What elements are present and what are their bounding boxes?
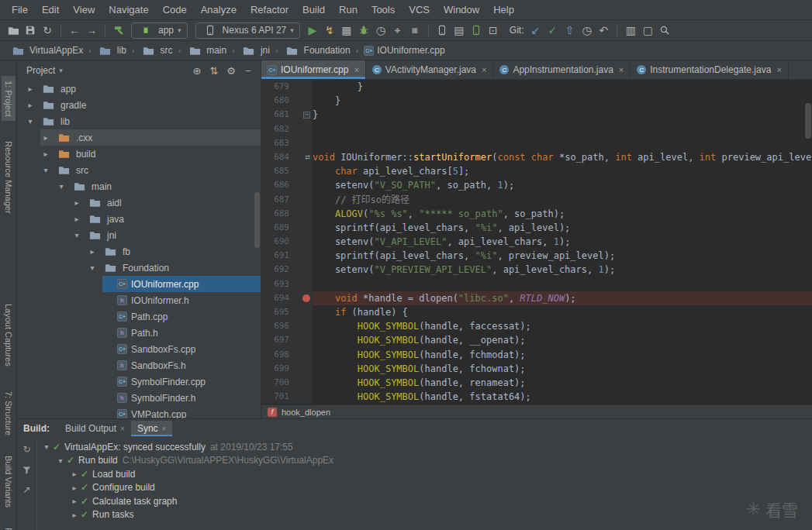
- code-line[interactable]: 689 sprintf(api_level_chars, "%i", api_l…: [261, 221, 812, 235]
- tab-close-icon[interactable]: ×: [619, 65, 624, 74]
- code-line-text[interactable]: HOOK_SYMBOL(handle, fchmodat);: [313, 348, 812, 362]
- menu-item-window[interactable]: Window: [437, 2, 486, 18]
- editor-tab-vactivitymanager-java[interactable]: CVActivityManager.java×: [366, 60, 494, 79]
- fold-marker-icon[interactable]: −: [303, 112, 310, 119]
- editor-tab-iouniformer-cpp[interactable]: C+IOUniformer.cpp×: [261, 60, 366, 79]
- gutter-cell[interactable]: 679: [261, 80, 313, 94]
- recursive-call-icon[interactable]: ⇄: [305, 150, 310, 164]
- project-tree-item[interactable]: C+SandboxFs.cpp: [17, 341, 261, 357]
- sync-icon[interactable]: ↻: [39, 22, 56, 39]
- tree-arrow-icon[interactable]: ▾: [40, 166, 51, 174]
- code-line-text[interactable]: char api_level_chars[5];: [313, 164, 812, 178]
- tree-arrow-icon[interactable]: ▾: [87, 263, 98, 272]
- gutter-cell[interactable]: 681−: [261, 108, 313, 122]
- gutter-cell[interactable]: 695: [261, 305, 313, 319]
- menu-item-run[interactable]: Run: [332, 2, 365, 18]
- code-line-text[interactable]: }: [313, 108, 812, 122]
- gutter-cell[interactable]: 682: [261, 122, 313, 136]
- run-config-selector[interactable]: app▾: [131, 22, 188, 39]
- gutter-cell[interactable]: 696: [261, 319, 313, 333]
- menu-item-code[interactable]: Code: [156, 2, 194, 18]
- tab-close-icon[interactable]: ×: [162, 425, 167, 433]
- code-line[interactable]: 685 char api_level_chars[5];: [261, 164, 812, 178]
- filter-messages-icon[interactable]: [20, 463, 34, 477]
- code-line-text[interactable]: HOOK_SYMBOL(handle, fchownat);: [313, 362, 812, 376]
- locate-icon[interactable]: ⊕: [189, 63, 205, 78]
- code-line-text[interactable]: if (handle) {: [313, 305, 812, 319]
- collapse-all-icon[interactable]: ⇅: [206, 63, 222, 78]
- gutter-cell[interactable]: 685: [261, 164, 313, 178]
- tree-arrow-icon[interactable]: ▾: [56, 182, 67, 191]
- menu-item-build[interactable]: Build: [295, 2, 332, 18]
- tree-arrow-icon[interactable]: ▸: [40, 133, 51, 142]
- attach-debugger-icon[interactable]: ⌖: [389, 22, 406, 39]
- history-icon[interactable]: ◷: [578, 22, 595, 39]
- tree-arrow-icon[interactable]: ▸: [71, 215, 82, 223]
- code-line[interactable]: 679 }: [261, 80, 812, 94]
- gutter-cell[interactable]: 699: [261, 362, 313, 376]
- tree-arrow-icon[interactable]: ▸: [25, 84, 36, 93]
- project-tree-item[interactable]: ▾main: [17, 178, 261, 194]
- gutter-cell[interactable]: 690: [261, 235, 313, 249]
- stripe-button-1-project[interactable]: 1: Project: [2, 76, 16, 121]
- project-tree-item[interactable]: C+SymbolFinder.cpp: [17, 373, 261, 390]
- project-tree-item[interactable]: C+VMPatch.cpp: [17, 406, 261, 418]
- project-tree-item[interactable]: ▸.cxx: [17, 129, 261, 146]
- code-line-text[interactable]: [313, 122, 812, 136]
- code-line[interactable]: 698 HOOK_SYMBOL(handle, fchmodat);: [261, 348, 812, 362]
- tree-arrow-icon[interactable]: ▸: [68, 511, 81, 519]
- project-tree-item[interactable]: ▸java: [17, 211, 261, 227]
- project-tree-item[interactable]: ▾Foundation: [17, 260, 261, 276]
- update-project-icon[interactable]: ↙: [527, 22, 544, 39]
- gutter-cell[interactable]: 697: [261, 333, 313, 347]
- editor-scrollbar[interactable]: [805, 103, 811, 139]
- stripe-button-layout-captures[interactable]: Layout Captures: [2, 299, 16, 371]
- gutter-cell[interactable]: 683: [261, 136, 313, 150]
- gutter-cell[interactable]: 686: [261, 178, 313, 192]
- coverage-icon[interactable]: ▦: [338, 22, 355, 39]
- code-line[interactable]: 690 setenv("V_API_LEVEL", api_level_char…: [261, 235, 812, 249]
- avd-manager-icon[interactable]: [468, 22, 485, 39]
- gutter-cell[interactable]: 687: [261, 193, 313, 207]
- code-line-text[interactable]: HOOK_SYMBOL(handle, fstatat64);: [313, 390, 812, 404]
- commit-icon[interactable]: ✓: [544, 22, 561, 39]
- tree-arrow-icon[interactable]: ▸: [25, 101, 36, 109]
- debug-icon[interactable]: [355, 22, 372, 39]
- rollback-icon[interactable]: ↶: [595, 22, 612, 39]
- breadcrumb-item-jni[interactable]: jni: [239, 40, 271, 60]
- build-tab-build-output[interactable]: Build Output×: [59, 421, 131, 436]
- code-line[interactable]: 688 ALOGV("%s %s", "***** so_path", so_p…: [261, 207, 812, 221]
- menu-item-file[interactable]: File: [5, 2, 35, 18]
- code-line-text[interactable]: // 打印so的路径: [313, 193, 812, 207]
- compare-icon[interactable]: ▥: [622, 22, 639, 39]
- build-tree-item[interactable]: ▸✓Run tasks: [37, 508, 812, 522]
- code-line-text[interactable]: }: [313, 94, 812, 108]
- save-all-icon[interactable]: [22, 22, 39, 39]
- gutter-cell[interactable]: 688: [261, 207, 313, 221]
- tree-arrow-icon[interactable]: ▾: [54, 456, 67, 465]
- code-line[interactable]: 684⇄void IOUniformer::startUniformer(con…: [261, 150, 812, 164]
- apply-changes-icon[interactable]: ↯: [321, 22, 338, 39]
- code-line-text[interactable]: sprintf(api_level_chars, "%i", preview_a…: [313, 249, 812, 263]
- stripe-button-resource-manager[interactable]: Resource Manager: [2, 136, 16, 219]
- code-line-text[interactable]: HOOK_SYMBOL(handle, __openat);: [313, 333, 812, 347]
- code-line-text[interactable]: void *handle = dlopen("libc.so", RTLD_NO…: [313, 291, 812, 305]
- code-line-text[interactable]: setenv("V_API_LEVEL", api_level_chars, 1…: [313, 235, 812, 249]
- project-tree-item[interactable]: C+Path.cpp: [17, 308, 261, 325]
- device-selector[interactable]: Nexus 6 API 27▾: [195, 22, 300, 39]
- settings-icon[interactable]: ⚙: [223, 63, 239, 78]
- sdk-manager-icon[interactable]: ⊡: [485, 22, 502, 39]
- code-line-text[interactable]: void IOUniformer::startUniformer(const c…: [313, 150, 812, 164]
- breakpoint-icon[interactable]: [302, 294, 310, 302]
- run-icon[interactable]: ▶: [304, 22, 321, 39]
- gutter-cell[interactable]: 693: [261, 277, 313, 291]
- code-line[interactable]: 695 if (handle) {: [261, 305, 812, 319]
- menu-item-view[interactable]: View: [66, 2, 102, 18]
- export-build-icon[interactable]: ↗: [20, 483, 34, 497]
- code-line[interactable]: 701 HOOK_SYMBOL(handle, fstatat64);: [261, 390, 812, 404]
- menu-item-refactor[interactable]: Refactor: [244, 2, 295, 18]
- back-icon[interactable]: ←: [66, 22, 83, 39]
- menu-item-tools[interactable]: Tools: [365, 2, 402, 18]
- code-line-text[interactable]: setenv("V_PREVIEW_API_LEVEL", api_level_…: [313, 263, 812, 277]
- breadcrumb-item-foundation[interactable]: Foundation: [282, 40, 352, 60]
